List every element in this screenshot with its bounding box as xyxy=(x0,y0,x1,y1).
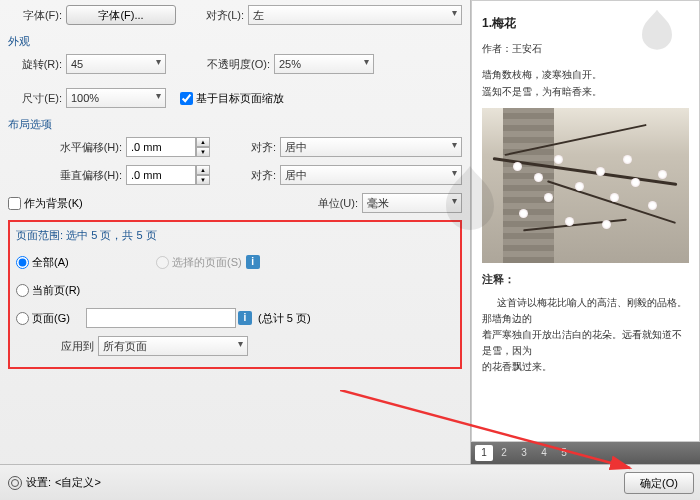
page-thumb[interactable]: 1 xyxy=(475,445,493,461)
info-icon[interactable]: i xyxy=(238,311,252,325)
rotate-select[interactable]: 45 xyxy=(66,54,166,74)
scale-checkbox[interactable] xyxy=(180,92,193,105)
asbg-checkbox-label[interactable]: 作为背景(K) xyxy=(8,196,83,211)
settings-label: 设置: xyxy=(26,475,51,490)
voffset-input[interactable] xyxy=(126,165,196,185)
range-title: 页面范围: 选中 5 页，共 5 页 xyxy=(16,228,454,243)
footer: 设置: <自定义> 确定(O) xyxy=(0,464,700,500)
size-select[interactable]: 100% xyxy=(66,88,166,108)
poem-line: 墙角数枝梅，凌寒独自开。 xyxy=(482,66,689,83)
align-select[interactable]: 左 xyxy=(248,5,462,25)
radio-current[interactable] xyxy=(16,284,29,297)
section-appearance: 外观 xyxy=(8,34,462,49)
ok-button[interactable]: 确定(O) xyxy=(624,472,694,494)
unit-select[interactable]: 毫米 xyxy=(362,193,462,213)
radio-pages[interactable] xyxy=(16,312,29,325)
page-thumb[interactable]: 2 xyxy=(495,445,513,461)
radio-current-label[interactable]: 当前页(R) xyxy=(16,283,80,298)
hoffset-label: 水平偏移(H): xyxy=(8,140,126,155)
section-layout: 布局选项 xyxy=(8,117,462,132)
align-label: 对齐(L): xyxy=(176,8,248,23)
poem-line: 遥知不是雪，为有暗香来。 xyxy=(482,83,689,100)
notes-heading: 注释： xyxy=(482,273,515,285)
valign-label: 对齐: xyxy=(210,168,280,183)
unit-label: 单位(U): xyxy=(318,196,362,211)
info-icon[interactable]: i xyxy=(246,255,260,269)
scale-checkbox-label[interactable]: 基于目标页面缩放 xyxy=(180,91,284,106)
voffset-spinner[interactable]: ▲▼ xyxy=(126,165,210,185)
font-button[interactable]: 字体(F)... xyxy=(66,5,176,25)
rotate-label: 旋转(R): xyxy=(8,57,66,72)
page-thumb[interactable]: 5 xyxy=(555,445,573,461)
preview-pane: 1.梅花 作者：王安石 墙角数枝梅，凌寒独自开。 遥知不是雪，为有暗香来。 注释… xyxy=(471,0,700,442)
spin-down[interactable]: ▼ xyxy=(196,147,210,157)
opacity-select[interactable]: 25% xyxy=(274,54,374,74)
doc-image xyxy=(482,108,689,263)
preset-name: <自定义> xyxy=(55,475,101,490)
radio-pages-label[interactable]: 页面(G) xyxy=(16,311,86,326)
pages-input[interactable] xyxy=(86,308,236,328)
spin-up[interactable]: ▲ xyxy=(196,137,210,147)
notes-line: 着严寒独自开放出洁白的花朵。远看就知道不是雪，因为 xyxy=(482,327,689,359)
page-thumb[interactable]: 3 xyxy=(515,445,533,461)
halign-label: 对齐: xyxy=(210,140,280,155)
font-label: 字体(F): xyxy=(8,8,66,23)
halign-select[interactable]: 居中 xyxy=(280,137,462,157)
radio-selected xyxy=(156,256,169,269)
spin-up[interactable]: ▲ xyxy=(196,165,210,175)
pages-total: (总计 5 页) xyxy=(258,311,311,326)
hoffset-spinner[interactable]: ▲▼ xyxy=(126,137,210,157)
apply-select[interactable]: 所有页面 xyxy=(98,336,248,356)
page-range-box: 页面范围: 选中 5 页，共 5 页 全部(A) 选择的页面(S) i 当前页(… xyxy=(8,220,462,369)
radio-all[interactable] xyxy=(16,256,29,269)
doc-title: 1.梅花 xyxy=(482,15,689,32)
pager: 1 2 3 4 5 xyxy=(471,442,700,464)
page-thumb[interactable]: 4 xyxy=(535,445,553,461)
opacity-label: 不透明度(O): xyxy=(166,57,274,72)
gear-icon[interactable] xyxy=(8,476,22,490)
doc-author: 作者：王安石 xyxy=(482,42,689,56)
notes-line: 的花香飘过来。 xyxy=(482,359,689,375)
radio-selected-label: 选择的页面(S) xyxy=(156,255,242,270)
valign-select[interactable]: 居中 xyxy=(280,165,462,185)
radio-all-label[interactable]: 全部(A) xyxy=(16,255,156,270)
size-label: 尺寸(E): xyxy=(8,91,66,106)
asbg-checkbox[interactable] xyxy=(8,197,21,210)
voffset-label: 垂直偏移(H): xyxy=(8,168,126,183)
hoffset-input[interactable] xyxy=(126,137,196,157)
spin-down[interactable]: ▼ xyxy=(196,175,210,185)
apply-label: 应用到 xyxy=(16,339,98,354)
notes-line: 这首诗以梅花比喻人的高洁、刚毅的品格。那墙角边的 xyxy=(482,295,689,327)
